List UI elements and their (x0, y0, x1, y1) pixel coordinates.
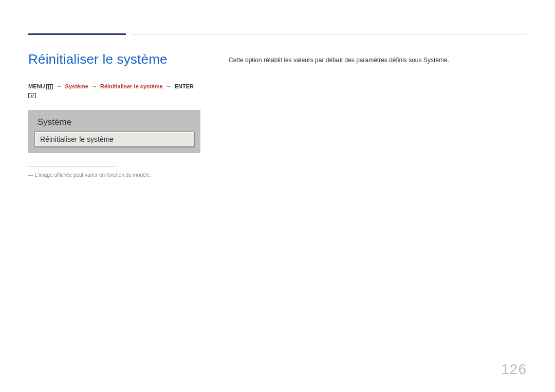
content-area: Réinitialiser le système MENU → Système … (28, 33, 527, 178)
footnote-text: L'image affichée peut varier en fonction… (28, 172, 200, 178)
page-number: 126 (501, 361, 527, 378)
osd-menu-item: Réinitialiser le système (34, 132, 194, 147)
arrow-icon: → (166, 83, 172, 89)
header-accent-bar (28, 33, 126, 35)
svg-rect-3 (29, 94, 36, 98)
manual-page: Réinitialiser le système MENU → Système … (0, 0, 555, 392)
enter-icon (28, 92, 36, 100)
arrow-icon: → (91, 83, 97, 89)
svg-rect-0 (47, 85, 53, 89)
menu-icon (46, 84, 53, 91)
description-text: Cette option rétablit les valeurs par dé… (229, 55, 527, 65)
right-column: Cette option rétablit les valeurs par dé… (200, 51, 527, 178)
osd-header: Système (38, 117, 191, 127)
left-column: Réinitialiser le système MENU → Système … (28, 51, 200, 178)
breadcrumb-enter-label: ENTER (175, 83, 194, 89)
arrow-icon: → (57, 83, 62, 89)
footnote-separator (28, 166, 116, 167)
header-rule (131, 34, 527, 34)
breadcrumb-path-2: Réinitialiser le système (100, 83, 163, 89)
breadcrumb-menu-label: MENU (28, 83, 45, 89)
osd-preview: Système Réinitialiser le système (28, 110, 200, 153)
breadcrumb-path-1: Système (65, 83, 88, 89)
page-title: Réinitialiser le système (28, 51, 200, 67)
breadcrumb: MENU → Système → Réinitialiser le systèm… (28, 83, 200, 101)
